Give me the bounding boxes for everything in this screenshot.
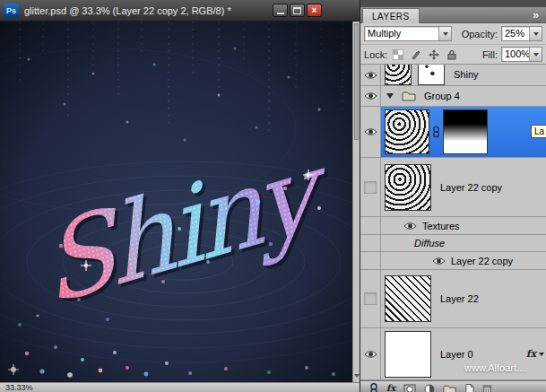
lock-row: Lock: Fill: 100%: [360, 45, 546, 65]
visibility-toggle[interactable]: [360, 270, 381, 327]
opacity-arrow-icon[interactable]: [529, 27, 542, 40]
eye-icon[interactable]: [403, 222, 417, 231]
photoshop-app-icon: Ps: [4, 4, 19, 18]
layer-name[interactable]: Layer 0: [440, 349, 473, 360]
visibility-toggle[interactable]: [360, 107, 381, 157]
blend-mode-value: Multiply: [365, 27, 438, 40]
visibility-cell: [360, 217, 381, 234]
layer-name[interactable]: Group 4: [424, 91, 460, 101]
brush-icon: [411, 49, 421, 60]
layer-name[interactable]: Layer 22 copy: [440, 182, 502, 193]
visibility-toggle[interactable]: [360, 328, 381, 379]
expand-triangle-icon[interactable]: [386, 93, 394, 99]
lock-label: Lock:: [364, 49, 387, 60]
zoom-level[interactable]: 33.33%: [0, 383, 33, 392]
effect-name[interactable]: Textures: [422, 221, 460, 231]
layer-name[interactable]: Layer 22: [440, 293, 479, 304]
document-window: Ps glitter.psd @ 33.3% (Layer 22 copy 2,…: [0, 0, 360, 392]
minimize-button[interactable]: [273, 4, 288, 17]
eye-icon: [364, 350, 377, 359]
fx-icon: fx: [526, 348, 536, 360]
visibility-toggle[interactable]: [360, 65, 381, 85]
watermark-text: www.Alfoart....: [464, 362, 527, 373]
panel-tabbar: LAYERS »: [360, 7, 546, 23]
add-layer-mask-icon[interactable]: [403, 383, 416, 392]
document-titlebar[interactable]: Ps glitter.psd @ 33.3% (Layer 22 copy 2,…: [0, 0, 360, 22]
new-group-icon[interactable]: [443, 383, 456, 392]
add-layer-style-icon[interactable]: fx: [386, 383, 395, 392]
collapse-effects-icon[interactable]: [539, 353, 544, 356]
checkerboard-icon: [393, 49, 403, 60]
layer-effects-badge[interactable]: fx: [526, 348, 544, 360]
layer-mask-thumbnail[interactable]: [418, 65, 445, 85]
blend-mode-arrow-icon[interactable]: [438, 27, 451, 40]
effect-row-textures[interactable]: Textures: [360, 217, 546, 235]
scrollbar-thumb[interactable]: [354, 23, 359, 140]
effect-name[interactable]: Diffuse: [414, 238, 445, 248]
new-layer-icon[interactable]: [464, 383, 474, 392]
padlock-icon: [446, 49, 457, 60]
layers-panel: LAYERS » Multiply Opacity: 25% Lock: Fil…: [360, 0, 546, 392]
layer-thumbnail[interactable]: [385, 275, 431, 322]
document-statusbar: 33.33%: [0, 382, 360, 392]
eye-icon: [364, 71, 377, 80]
close-button[interactable]: ×: [307, 4, 322, 17]
layer-row-selected[interactable]: [360, 107, 546, 158]
window-controls: ×: [273, 4, 322, 17]
minimize-icon: [277, 13, 284, 14]
layer-row-shiny[interactable]: Shiny: [360, 65, 546, 86]
layer-row-layer-22-copy[interactable]: Layer 22 copy: [360, 158, 546, 217]
layer-list: Shiny Group 4 Layer 22 copy: [360, 65, 546, 380]
fill-input[interactable]: 100%: [501, 47, 542, 62]
layer-thumbnail[interactable]: [385, 164, 431, 211]
fill-label: Fill:: [482, 49, 498, 60]
lock-all-button[interactable]: [445, 48, 459, 61]
opacity-label: Opacity:: [462, 29, 498, 39]
canvas-artwork: Shiny Shiny Shiny: [0, 22, 352, 382]
tab-layers[interactable]: LAYERS: [362, 8, 420, 23]
layer-thumbnail[interactable]: [385, 331, 431, 378]
lock-position-button[interactable]: [427, 48, 441, 61]
empty-visibility-well: [364, 181, 377, 194]
layer-name-tooltip: La: [531, 125, 546, 138]
eye-icon: [364, 127, 377, 136]
collapse-to-icons-button[interactable]: »: [533, 9, 539, 22]
effect-row-layer-22-copy[interactable]: Layer 22 copy: [360, 252, 546, 270]
effect-name[interactable]: Layer 22 copy: [451, 256, 513, 266]
layer-thumbnail[interactable]: [385, 109, 429, 154]
adjustment-layer-icon[interactable]: [424, 383, 435, 392]
eye-icon[interactable]: [432, 257, 446, 266]
panel-top-strip: [360, 0, 546, 7]
fill-arrow-icon[interactable]: [529, 48, 542, 61]
group-folder-icon: [402, 91, 416, 101]
document-title: glitter.psd @ 33.3% (Layer 22 copy 2, RG…: [24, 5, 231, 16]
maximize-button[interactable]: [290, 4, 305, 17]
move-icon: [429, 49, 439, 60]
vertical-scrollbar[interactable]: [352, 22, 360, 382]
lock-image-pixels-button[interactable]: [409, 48, 423, 61]
panel-footer: fx: [360, 380, 546, 392]
visibility-cell: [360, 252, 381, 269]
layer-mask-thumbnail[interactable]: [443, 109, 488, 154]
mask-link-icon[interactable]: [432, 126, 440, 138]
visibility-toggle[interactable]: [360, 86, 381, 106]
fill-value: 100%: [502, 48, 529, 61]
opacity-input[interactable]: 25%: [501, 26, 542, 41]
layer-name[interactable]: Shiny: [454, 69, 479, 80]
eye-icon: [364, 91, 377, 100]
effect-row-diffuse[interactable]: Diffuse: [360, 235, 546, 252]
layer-row-layer-22[interactable]: Layer 22: [360, 270, 546, 328]
layer-thumbnail[interactable]: [385, 65, 412, 85]
visibility-cell: [360, 235, 381, 251]
lock-transparent-pixels-button[interactable]: [391, 48, 405, 61]
maximize-icon: [293, 7, 301, 14]
blend-mode-select[interactable]: Multiply: [364, 26, 452, 41]
canvas-viewport[interactable]: Shiny Shiny Shiny: [0, 22, 352, 382]
delete-layer-icon[interactable]: [482, 383, 492, 392]
opacity-value: 25%: [502, 27, 529, 40]
visibility-toggle[interactable]: [360, 158, 381, 216]
link-layers-icon[interactable]: [369, 383, 378, 392]
layer-row-group-4[interactable]: Group 4: [360, 86, 546, 107]
blend-mode-row: Multiply Opacity: 25%: [360, 23, 546, 45]
photoshop-workspace: Ps glitter.psd @ 33.3% (Layer 22 copy 2,…: [0, 0, 546, 392]
